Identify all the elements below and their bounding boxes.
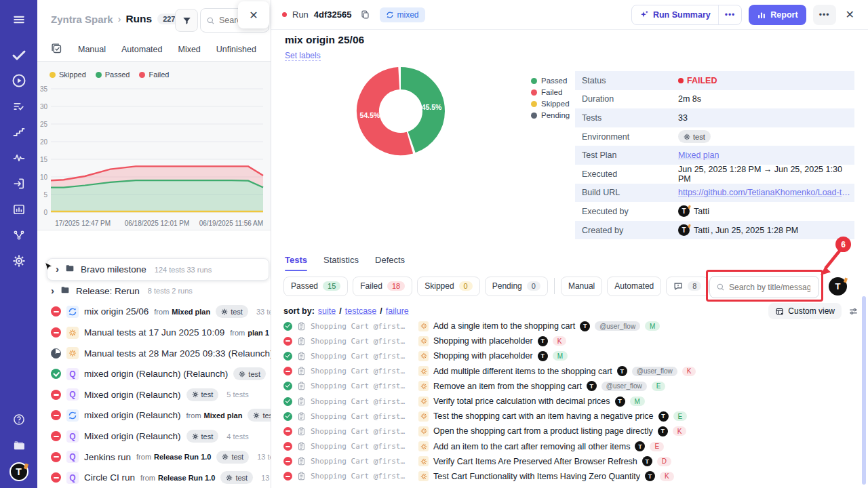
test-label-chip[interactable]: D bbox=[657, 457, 671, 466]
detail-link[interactable]: Mixed plan bbox=[678, 150, 719, 160]
run-type-badge[interactable]: mixed bbox=[380, 7, 425, 22]
run-row[interactable]: Q Mixed origin (Relaunch)test5 tests bbox=[37, 384, 271, 405]
burst-icon bbox=[418, 441, 429, 451]
run-row[interactable]: Q Circle CI runfromRelease Run 1.0test13… bbox=[37, 467, 271, 488]
test-label-chip[interactable]: @user_flow bbox=[632, 367, 677, 376]
test-row[interactable]: Shopping Cart @first… Verify Cart Items … bbox=[283, 454, 859, 469]
copy-icon[interactable] bbox=[360, 9, 370, 20]
sort-link-suite[interactable]: suite bbox=[318, 306, 336, 316]
help-icon[interactable] bbox=[0, 407, 37, 432]
filter-failed[interactable]: Failed18 bbox=[353, 277, 412, 296]
set-labels-link[interactable]: Set labels bbox=[285, 51, 321, 61]
filter-skipped[interactable]: Skipped0 bbox=[417, 277, 480, 296]
test-label-chip[interactable]: K bbox=[682, 367, 696, 376]
detail-link[interactable]: https://github.com/TetianaKhomenko/Load-… bbox=[678, 188, 854, 197]
test-label-chip[interactable]: M bbox=[553, 351, 568, 361]
milestone-row[interactable]: › Bravo milestone 124 tests 33 runs bbox=[47, 258, 269, 281]
tests-search[interactable] bbox=[709, 276, 819, 298]
folder-icon[interactable] bbox=[0, 432, 37, 458]
filter-button[interactable] bbox=[175, 9, 198, 32]
donut-legend-pending[interactable]: Pending bbox=[531, 111, 570, 119]
runs-tab-unfinished[interactable]: Unfinished bbox=[216, 45, 256, 54]
menu-icon[interactable] bbox=[0, 7, 37, 33]
chevron-right-icon[interactable]: › bbox=[51, 285, 54, 296]
test-row[interactable]: Shopping Cart @first… Shopping with plac… bbox=[283, 333, 859, 348]
tests-filter-avatar[interactable]: T bbox=[829, 277, 847, 296]
pulse-icon[interactable] bbox=[0, 145, 37, 171]
test-row[interactable]: Shopping Cart @first… Remove an item fro… bbox=[283, 379, 859, 394]
close-popover-button[interactable]: ✕ bbox=[238, 1, 269, 28]
filter-passed[interactable]: Passed15 bbox=[283, 277, 348, 296]
list-check-icon[interactable] bbox=[0, 94, 37, 119]
user-avatar[interactable]: T bbox=[9, 462, 28, 481]
test-suite: Shopping Cart @first… bbox=[311, 337, 414, 346]
test-row[interactable]: Shopping Cart @first… Add an item to the… bbox=[283, 439, 859, 454]
chevron-right-icon[interactable]: › bbox=[56, 264, 59, 274]
test-row[interactable]: Shopping Cart @first… Test Cart Function… bbox=[283, 469, 859, 484]
filter-comment-exclaim[interactable]: 8 bbox=[666, 277, 709, 296]
run-row[interactable]: Q Jenkins runfromRelease Run 1.0test13 t… bbox=[37, 447, 271, 468]
test-label-chip[interactable]: K bbox=[660, 472, 674, 481]
tab-tests[interactable]: Tests bbox=[285, 255, 307, 271]
test-label-chip[interactable]: @user_flow bbox=[595, 321, 640, 331]
test-row[interactable]: Shopping Cart @first… Verify total price… bbox=[283, 394, 859, 409]
test-label-chip[interactable]: M bbox=[645, 321, 660, 331]
launch-import-icon[interactable] bbox=[0, 171, 37, 197]
test-row[interactable]: Shopping Cart @first… Open the shopping … bbox=[283, 424, 859, 439]
donut-legend-failed[interactable]: Failed bbox=[531, 88, 570, 96]
filter-pending[interactable]: Pending0 bbox=[485, 277, 548, 296]
dashboard-chart-icon[interactable] bbox=[0, 197, 37, 222]
close-panel-icon[interactable]: ✕ bbox=[843, 7, 857, 22]
donut-legend-skipped[interactable]: Skipped bbox=[531, 100, 570, 108]
test-label-chip[interactable]: K bbox=[553, 336, 567, 346]
filter-automated[interactable]: Automated bbox=[607, 277, 661, 296]
milestone-row[interactable]: › Release: Rerun 8 tests 2 runs bbox=[37, 281, 271, 302]
test-row[interactable]: Shopping Cart @first… Test the shopping … bbox=[283, 409, 859, 424]
legend-skipped[interactable]: Skipped bbox=[50, 70, 86, 79]
run-row[interactable]: mixed origin (Relaunch)fromMixed plantes… bbox=[37, 405, 271, 426]
branch-icon[interactable] bbox=[0, 222, 37, 248]
run-row[interactable]: Q mixed origin (Relaunch) (Relaunch)test bbox=[37, 363, 271, 384]
test-row[interactable]: Shopping Cart @first… Add multiple diffe… bbox=[283, 364, 859, 379]
steps-icon[interactable] bbox=[0, 119, 37, 145]
breadcrumb-workspace[interactable]: Zyntra Spark bbox=[51, 14, 113, 25]
test-row[interactable]: Shopping Cart @first… Add a single item … bbox=[283, 319, 859, 333]
filter-manual[interactable]: Manual bbox=[561, 277, 602, 296]
runs-tab-mixed[interactable]: Mixed bbox=[178, 45, 200, 54]
run-row[interactable]: Q Mixed origin (Relaunch)test4 tests bbox=[37, 426, 271, 447]
tests-search-input[interactable] bbox=[729, 283, 810, 292]
play-circle-icon[interactable] bbox=[0, 68, 37, 94]
view-settings-icon[interactable] bbox=[848, 306, 859, 317]
tab-defects[interactable]: Defects bbox=[375, 255, 405, 271]
run-row[interactable]: Manual tests at 17 Jun 2025 10:09frompla… bbox=[37, 322, 271, 343]
run-row[interactable]: Manual tests at 28 Mar 2025 09:33 (Relau… bbox=[37, 343, 271, 364]
select-all-icon[interactable] bbox=[51, 43, 62, 56]
runs-tab-manual[interactable]: Manual bbox=[78, 45, 106, 54]
test-label-chip[interactable]: E bbox=[673, 411, 688, 421]
run-status-failed-icon bbox=[51, 306, 61, 317]
sort-link-failure[interactable]: failure bbox=[386, 306, 409, 316]
test-label-chip[interactable]: E bbox=[650, 442, 664, 451]
run-row[interactable]: mix origin 25/06fromMixed plantest33 tes… bbox=[37, 302, 271, 323]
test-row[interactable]: Shopping Cart @first… Shopping with plac… bbox=[283, 348, 859, 363]
sort-link-testcase[interactable]: testcase bbox=[345, 306, 377, 316]
test-label-chip[interactable]: @user_flow bbox=[601, 382, 647, 391]
test-label-chip[interactable]: K bbox=[673, 426, 687, 436]
test-label-chip[interactable]: E bbox=[652, 382, 666, 391]
run-summary-button[interactable]: Run Summary bbox=[632, 10, 718, 20]
tab-statistics[interactable]: Statistics bbox=[323, 255, 359, 271]
test-label-chip[interactable]: M bbox=[630, 396, 645, 406]
more-actions-button[interactable]: ••• bbox=[813, 5, 836, 25]
gear-icon[interactable] bbox=[0, 248, 37, 274]
custom-view-button[interactable]: Custom view bbox=[768, 303, 842, 319]
manual-run-icon bbox=[66, 327, 79, 339]
check-icon[interactable] bbox=[0, 42, 37, 68]
legend-passed[interactable]: Passed bbox=[96, 70, 130, 79]
runs-tab-automated[interactable]: Automated bbox=[121, 45, 162, 54]
report-button[interactable]: Report bbox=[749, 5, 806, 25]
run-summary-more-button[interactable]: ••• bbox=[718, 5, 742, 24]
donut-legend-passed[interactable]: Passed bbox=[531, 77, 570, 85]
scrollbar[interactable] bbox=[862, 296, 866, 485]
test-suite: Shopping Cart @first… bbox=[311, 472, 414, 481]
legend-failed[interactable]: Failed bbox=[139, 70, 169, 79]
